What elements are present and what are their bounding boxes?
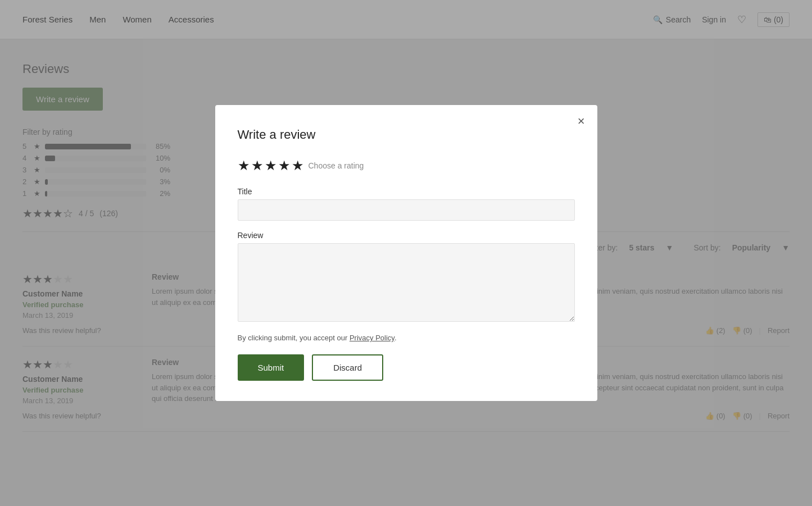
policy-prefix: By clicking submit, you accept our	[238, 334, 350, 342]
title-form-group: Title	[238, 187, 575, 221]
star-icons[interactable]: ★ ★ ★ ★ ★	[238, 158, 304, 174]
review-form-group: Review	[238, 231, 575, 323]
policy-suffix: .	[394, 334, 397, 342]
title-input[interactable]	[238, 199, 575, 221]
review-label: Review	[238, 231, 575, 240]
star-3[interactable]: ★	[265, 158, 277, 174]
star-5[interactable]: ★	[292, 158, 304, 174]
discard-button[interactable]: Discard	[312, 354, 383, 381]
write-review-modal: × Write a review ★ ★ ★ ★ ★ Choose a rati…	[215, 105, 597, 401]
modal-title: Write a review	[238, 127, 575, 142]
star-2[interactable]: ★	[251, 158, 264, 174]
star-4[interactable]: ★	[278, 158, 291, 174]
policy-text: By clicking submit, you accept our Priva…	[238, 334, 575, 342]
modal-close-button[interactable]: ×	[578, 115, 585, 127]
modal-overlay: × Write a review ★ ★ ★ ★ ★ Choose a rati…	[0, 0, 812, 466]
title-label: Title	[238, 187, 575, 196]
star-rating-selector: ★ ★ ★ ★ ★ Choose a rating	[238, 158, 575, 174]
choose-rating-label: Choose a rating	[309, 161, 364, 170]
review-textarea[interactable]	[238, 243, 575, 322]
modal-actions: Submit Discard	[238, 354, 575, 381]
privacy-policy-link[interactable]: Privacy Policy	[350, 334, 394, 342]
star-1[interactable]: ★	[238, 158, 250, 174]
submit-button[interactable]: Submit	[238, 354, 305, 381]
